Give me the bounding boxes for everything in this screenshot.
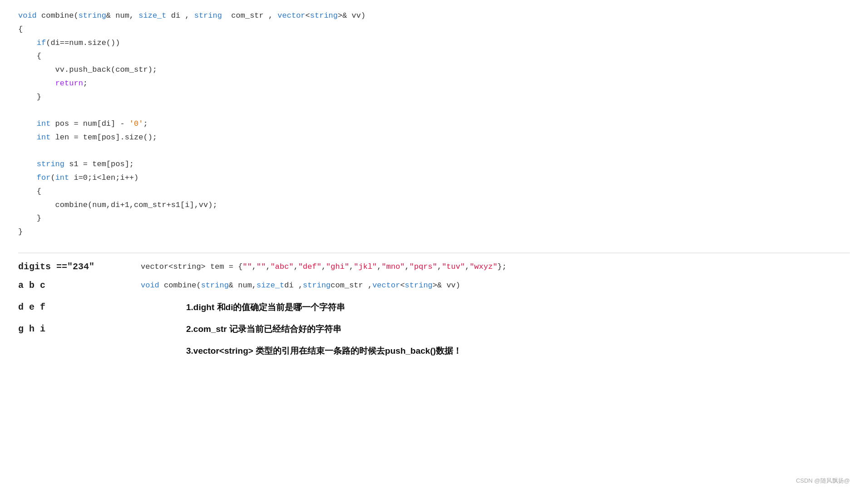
- row1: digits =="234" vector<string> tem = {"",…: [18, 262, 850, 272]
- left-labels: a b c d e f g h i: [18, 275, 141, 362]
- bottom-section: digits =="234" vector<string> tem = {"",…: [18, 252, 850, 362]
- desc-2: 2.com_str 记录当前已经结合好的字符串: [141, 318, 850, 340]
- code-block: void combine(string& num, size_t di , st…: [18, 9, 850, 239]
- label-abc: a b c: [18, 275, 141, 296]
- rows-lower: a b c d e f g h i void combine(string& n…: [18, 275, 850, 362]
- right-content: void combine(string& num, size_t di , st…: [141, 275, 850, 362]
- desc-1: 1.dight 和di的值确定当前是哪一个字符串: [141, 296, 850, 318]
- digits-label: digits =="234": [18, 262, 141, 272]
- label-def: d e f: [18, 296, 141, 318]
- row1-code: vector<string> tem = {"","","abc","def",…: [141, 262, 507, 271]
- label-ghi: g h i: [18, 318, 141, 340]
- page-container: void combine(string& num, size_t di , st…: [0, 0, 868, 494]
- desc-3: 3.vector<string> 类型的引用在结束一条路的时候去push_bac…: [141, 340, 850, 362]
- combine-signature: void combine(string& num, size_t di , st…: [141, 275, 850, 296]
- watermark: CSDN @随风飘扬@: [796, 477, 850, 485]
